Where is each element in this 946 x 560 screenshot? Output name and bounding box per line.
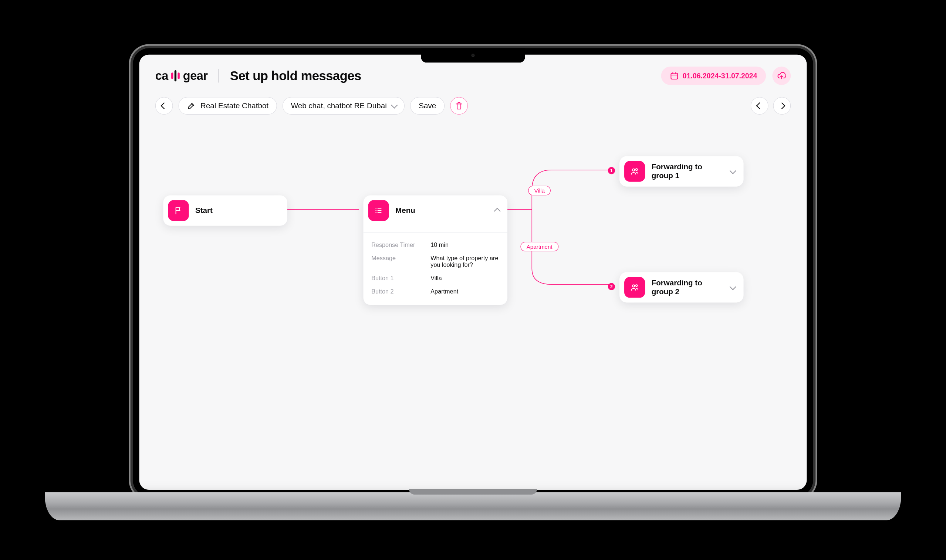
svg-point-6 (632, 285, 635, 287)
edge-label-villa[interactable]: Villa (528, 186, 551, 195)
node-start[interactable]: Start (163, 195, 287, 226)
chevron-up-icon[interactable] (494, 208, 500, 214)
chevron-left-icon (160, 102, 167, 109)
message-key: Message (371, 254, 424, 268)
save-label: Save (419, 101, 436, 110)
svg-point-4 (632, 169, 635, 171)
edge-badge-1: 1 (608, 167, 615, 174)
nav-prev-button[interactable] (751, 97, 769, 115)
menu-row-message: Message What type of property are you lo… (371, 251, 499, 271)
node-group-2[interactable]: Forwarding to group 2 (619, 272, 743, 302)
camera-notch (421, 48, 525, 63)
chevron-right-icon (778, 102, 785, 109)
page-title: Set up hold messages (230, 68, 361, 83)
button1-key: Button 1 (371, 274, 424, 281)
node-menu[interactable]: Menu Response Timer 10 min Message What … (363, 195, 507, 305)
node-group-1-title: Forwarding to group 1 (652, 162, 724, 180)
chevron-left-icon (756, 102, 763, 109)
people-icon (624, 277, 645, 298)
edge-badge-2: 2 (608, 283, 615, 290)
button2-value: Apartment (430, 288, 458, 294)
logo-text-right: gear (183, 69, 208, 82)
svg-point-3 (375, 212, 376, 213)
node-group-1[interactable]: Forwarding to group 1 (619, 156, 743, 186)
channel-select[interactable]: Web chat, chatbot RE Dubai (282, 97, 405, 115)
menu-row-button1: Button 1 Villa (371, 271, 499, 285)
message-value: What type of property are you looking fo… (430, 254, 499, 268)
back-button[interactable] (155, 97, 173, 115)
edge-label-apartment[interactable]: Apartment (520, 242, 558, 251)
delete-button[interactable] (450, 97, 468, 115)
people-icon (624, 161, 645, 182)
channel-name-text: Web chat, chatbot RE Dubai (291, 101, 387, 110)
trash-icon (455, 101, 464, 110)
upload-button[interactable] (772, 66, 791, 85)
calendar-icon (670, 71, 679, 80)
svg-point-7 (636, 285, 638, 286)
button1-value: Villa (430, 274, 442, 281)
save-button[interactable]: Save (410, 97, 445, 115)
laptop-frame: ca gear Set up hold messages 01.06.2024-… (33, 0, 914, 560)
menu-row-response-timer: Response Timer 10 min (371, 238, 499, 251)
app-screen: ca gear Set up hold messages 01.06.2024-… (139, 54, 807, 489)
node-menu-body: Response Timer 10 min Message What type … (363, 232, 507, 305)
date-range-text: 01.06.2024-31.07.2024 (683, 71, 757, 80)
flow-canvas[interactable]: Start Menu (139, 122, 807, 478)
brand-logo: ca gear (155, 69, 219, 82)
node-group-2-title: Forwarding to group 2 (652, 278, 724, 296)
svg-point-1 (375, 208, 376, 209)
chatbot-name-text: Real Estate Chatbot (200, 101, 268, 110)
response-timer-value: 10 min (430, 242, 448, 248)
screen-bezel: ca gear Set up hold messages 01.06.2024-… (133, 48, 813, 496)
svg-point-2 (375, 210, 376, 211)
laptop-base (45, 492, 901, 520)
button2-key: Button 2 (371, 288, 424, 294)
node-menu-header[interactable]: Menu (363, 195, 507, 226)
svg-rect-0 (671, 73, 678, 79)
logo-bars-icon (171, 70, 180, 81)
chevron-down-icon[interactable] (730, 283, 736, 290)
response-timer-key: Response Timer (371, 242, 424, 248)
menu-row-button2: Button 2 Apartment (371, 284, 499, 298)
svg-point-5 (636, 169, 638, 171)
logo-text-left: ca (155, 69, 168, 82)
node-menu-title: Menu (395, 206, 489, 215)
toolbar: Real Estate Chatbot Web chat, chatbot RE… (139, 89, 807, 122)
cloud-upload-icon (777, 71, 786, 80)
list-icon (368, 200, 389, 221)
node-start-title: Start (195, 206, 281, 215)
chatbot-name-pill[interactable]: Real Estate Chatbot (179, 97, 277, 115)
edit-icon (187, 101, 196, 110)
chevron-down-icon (391, 102, 398, 108)
nav-next-button[interactable] (773, 97, 791, 115)
flag-icon (168, 200, 189, 221)
chevron-down-icon[interactable] (730, 167, 736, 174)
header-right: 01.06.2024-31.07.2024 (661, 66, 791, 85)
date-range-picker[interactable]: 01.06.2024-31.07.2024 (661, 66, 766, 85)
